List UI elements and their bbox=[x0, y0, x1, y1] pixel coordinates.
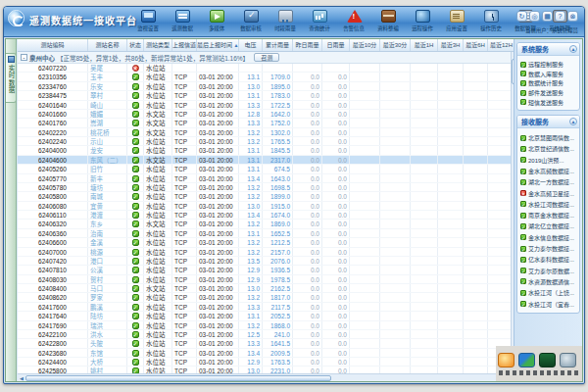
table-row[interactable]: 62406320东乡✓水文站TCP03-01 20:0013.21869.00.… bbox=[18, 220, 511, 228]
toolbar-media-button[interactable]: 多媒体 bbox=[200, 8, 234, 36]
column-header-12[interactable]: 最近30分 bbox=[380, 39, 411, 51]
service-item[interactable]: ✓水投江河数据接... bbox=[520, 199, 577, 210]
table-row[interactable]: 62405260旧竹✓水位站TCP03-01 20:0013.1674.50.0… bbox=[18, 165, 511, 173]
column-header-16[interactable]: 最近12H bbox=[488, 39, 515, 51]
exit-button[interactable]: ⊗ bbox=[567, 11, 578, 22]
toolbar-appconf-button[interactable]: 应用设置 bbox=[440, 8, 474, 36]
table-row[interactable]: 62406080宜黄✓水位站TCP03-01 20:0013.01915.00.… bbox=[18, 202, 511, 211]
service-item[interactable]: ✓金水高频数据接... bbox=[520, 166, 577, 176]
refresh-button[interactable]: ↻ bbox=[516, 11, 527, 22]
table-row[interactable]: 62407810公溪✓水位站TCP03-01 20:0012.91936.50.… bbox=[18, 266, 511, 274]
weather-widget-icon[interactable] bbox=[498, 353, 514, 368]
service-item[interactable]: ✓水资源数据通信... bbox=[520, 276, 577, 287]
table-row[interactable]: 62401640崎山✓水位站TCP03-01 20:0013.31722.50.… bbox=[18, 101, 511, 110]
service-item[interactable]: ✓北京世纪通信数... bbox=[520, 143, 577, 154]
toolbar-alarm-button[interactable]: 告警信息 bbox=[337, 8, 371, 36]
service-item[interactable]: ✓数据入库服务 bbox=[520, 70, 577, 79]
table-row[interactable]: 62405770新丰✓水位站TCP03-01 20:0013.41643.00.… bbox=[18, 174, 511, 183]
toolbar-book-button[interactable]: 资料整编 bbox=[371, 8, 406, 36]
section-recv-header[interactable]: 接收服务▲ bbox=[517, 116, 579, 128]
column-header-10[interactable]: 日雨量 bbox=[322, 39, 350, 51]
scroll-left-icon[interactable]: ◀ bbox=[18, 374, 25, 381]
table-row[interactable]: 62402220桃花桥✓水文站TCP03-01 20:0013.21302.00… bbox=[18, 128, 511, 137]
layout-button[interactable]: ▦ bbox=[542, 11, 553, 22]
table-row[interactable]: 62404600东风（二）✓水文站TCP03-01 20:0013.12317.… bbox=[18, 156, 511, 165]
table-row[interactable]: 62407420港口✓水位站TCP03-01 20:0013.52076.00.… bbox=[18, 257, 511, 266]
collapse-icon[interactable]: ▲ bbox=[569, 118, 577, 125]
group-header-row[interactable]: - 泉州中心 【正常85处，异常1处，共86处，新增异常站1处，异常测站1.16… bbox=[18, 52, 517, 64]
toolbar-rain-button[interactable]: 时段雨量 bbox=[269, 8, 303, 36]
table-row[interactable]: 62408620罗家✓水位站TCP03-01 20:0013.21817.00.… bbox=[18, 293, 511, 302]
service-item[interactable]: ✓亿水泰科数据接... bbox=[520, 254, 577, 265]
service-item[interactable]: ✓远程控制服务 bbox=[520, 60, 577, 70]
column-header-2[interactable]: 测站名称 bbox=[88, 39, 127, 51]
horizontal-scrollbar[interactable]: ◀ ▶ bbox=[18, 373, 511, 381]
column-header-14[interactable]: 最近3H bbox=[438, 39, 464, 51]
column-header-8[interactable]: 累计雨量 bbox=[263, 39, 293, 51]
column-header-1[interactable]: 测站编码 bbox=[18, 39, 88, 51]
toolbar-history-button[interactable]: 操作历史 bbox=[474, 8, 509, 36]
service-item[interactable]: ✓2019山洪预... bbox=[520, 155, 577, 166]
service-item[interactable]: ✓北京慧图雨情数... bbox=[520, 132, 577, 143]
table-row[interactable]: 62408030贺村✓水位站TCP03-01 20:0012.91978.50.… bbox=[18, 275, 511, 284]
service-item[interactable]: ✓邮件发送服务 bbox=[520, 88, 577, 98]
table-row[interactable]: 62407000桃源✓水位站TCP03-01 20:0013.22157.00.… bbox=[18, 248, 511, 257]
column-header-7[interactable]: 电压 bbox=[239, 39, 263, 51]
help-button[interactable]: ? bbox=[555, 11, 565, 22]
table-row[interactable]: 62401760嵩湖✓水文站TCP03-01 20:0013.31752.00.… bbox=[18, 119, 511, 127]
table-row[interactable]: 62405800南城✓水位站TCP03-01 20:0013.21899.00.… bbox=[18, 192, 511, 201]
terrain-shortcut-icon[interactable] bbox=[539, 353, 556, 368]
table-row[interactable]: 62405780塘坊✓水位站TCP03-01 20:0013.21698.50.… bbox=[18, 183, 511, 192]
horizontal-scroll-thumb[interactable] bbox=[25, 375, 331, 381]
column-header-5[interactable]: 上报信道 bbox=[172, 39, 197, 51]
table-row[interactable]: 62422800头陂✓水位站TCP03-01 20:0013.31641.50.… bbox=[18, 339, 511, 348]
toolbar-monitor-button[interactable]: 监视设置 bbox=[131, 8, 166, 36]
table-row[interactable]: 62401660娥媚✓水文站TCP03-01 20:0012.81642.00.… bbox=[18, 110, 511, 119]
service-item[interactable]: ✓艾力泰尔原数据... bbox=[520, 266, 577, 276]
column-header-13[interactable]: 最近1H bbox=[411, 39, 438, 51]
table-row[interactable]: 62402240示山✓水位站TCP03-01 20:0013.21765.50.… bbox=[18, 137, 511, 146]
style-button[interactable]: ◎ bbox=[529, 11, 540, 22]
table-row[interactable]: 62424400大桥✓水位站TCP03-01 20:0012.91763.50.… bbox=[18, 358, 511, 367]
summon-test-button[interactable]: 召测 bbox=[254, 53, 279, 62]
service-item[interactable]: ✓湖北一方数据接... bbox=[520, 176, 577, 187]
table-row[interactable]: 62423680东馆✓水位站TCP03-01 20:0013.42009.50.… bbox=[18, 349, 511, 358]
collapse-icon[interactable]: ▲ bbox=[569, 45, 577, 53]
globe-shortcut-icon[interactable] bbox=[560, 353, 576, 368]
service-item[interactable]: ✕金水高频卫星接... bbox=[520, 187, 577, 198]
table-row[interactable]: 62406110港渡✓水位站TCP03-01 20:0013.41674.00.… bbox=[18, 211, 511, 220]
table-row[interactable]: 62334760乐安✓水位站TCP03-01 20:0013.01895.00.… bbox=[18, 82, 511, 91]
table-row[interactable]: 62310356玉丰✓水位站TCP03-01 20:0013.11709.00.… bbox=[18, 73, 511, 81]
table-row[interactable]: 62408400马口✓水文站TCP03-01 20:0013.02162.50.… bbox=[18, 284, 511, 293]
column-header-6[interactable]: 最后上报时间 ▲ bbox=[197, 39, 239, 51]
table-row[interactable]: 62406360治南✓水位站TCP03-01 20:0013.11652.50.… bbox=[18, 229, 511, 238]
table-row[interactable]: 62425800姚村✓水位站TCP03-01 20:0013.02231.00.… bbox=[18, 367, 511, 373]
toolbar-audit-button[interactable]: 数据审核 bbox=[234, 8, 269, 36]
column-header-9[interactable]: 昨日雨量 bbox=[293, 39, 322, 51]
table-row[interactable]: 62404000龙安✓水位站TCP03-01 20:0013.11845.50.… bbox=[18, 146, 511, 155]
table-row[interactable]: 62406600金溪✓水位站TCP03-01 20:0013.21212.50.… bbox=[18, 238, 511, 247]
table-row[interactable]: 62384475翠村✓水位站TCP03-01 20:0013.11783.00.… bbox=[18, 91, 511, 100]
column-header-15[interactable]: 最近6H bbox=[464, 39, 488, 51]
table-row[interactable]: 62417640陆坊✓水位站TCP03-01 20:0013.12052.50.… bbox=[18, 312, 511, 320]
column-header-3[interactable]: 状态 bbox=[127, 39, 144, 51]
column-header-4[interactable]: 测站类型 bbox=[144, 39, 172, 51]
column-header-11[interactable]: 最近10分 bbox=[350, 39, 380, 51]
table-row[interactable]: 62407220吴尾✕水位站 bbox=[18, 64, 511, 73]
toolbar-remote-button[interactable]: 远程操作 bbox=[406, 8, 440, 36]
map-shortcut-icon[interactable] bbox=[518, 353, 535, 368]
table-row[interactable]: 62417690瑞洪✓水位站TCP03-01 20:0013.21868.00.… bbox=[18, 321, 511, 330]
collapse-group-icon[interactable]: - bbox=[21, 54, 27, 61]
toolbar-telemetry-button[interactable]: 遥测数据 bbox=[166, 8, 200, 36]
section-sys-header[interactable]: 系统服务▲ bbox=[517, 43, 579, 56]
service-item[interactable]: ✓艾力泰尔数据接... bbox=[520, 243, 577, 254]
table-row[interactable]: 62417600鹏溪✓水位站TCP03-01 20:0013.32117.50.… bbox=[18, 303, 511, 312]
tab-realtime-data[interactable]: 实时数据 bbox=[6, 53, 17, 103]
toolbar-query-button[interactable]: 查询统计 bbox=[303, 8, 337, 36]
service-item[interactable]: ✓南京金水数据接... bbox=[520, 210, 577, 220]
service-item[interactable]: ✓短信发送服务 bbox=[520, 97, 577, 107]
service-item[interactable]: ✓水投江河（宜春... bbox=[520, 298, 577, 309]
service-item[interactable]: ✓数据统计服务 bbox=[520, 78, 577, 88]
service-item[interactable]: ✓金水信息数据接... bbox=[520, 232, 577, 243]
service-item[interactable]: ✓水投江河（上饶... bbox=[520, 287, 577, 298]
